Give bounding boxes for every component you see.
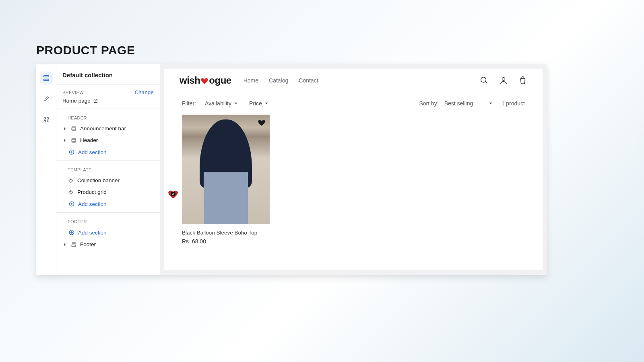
product-count: 1 product: [502, 100, 525, 107]
group-label-footer: FOOTER: [56, 215, 160, 226]
brand-logo[interactable]: wish ogue: [180, 75, 231, 86]
brand-heart-icon: [200, 77, 208, 85]
group-label-header: HEADER: [56, 111, 160, 123]
paintbrush-icon: [43, 96, 50, 102]
section-group-template: TEMPLATE Collection banner Product grid …: [56, 160, 160, 212]
preview-page-name: Home page: [62, 98, 91, 104]
preview-row: PREVIEW Change: [56, 84, 160, 98]
footer-section-icon: [70, 242, 77, 247]
sidebar-title: Default collection: [62, 72, 154, 78]
nav-contact[interactable]: Contact: [299, 77, 318, 84]
sections-rail-button[interactable]: [40, 72, 53, 84]
section-group-header: HEADER Announcement bar Header Add secti…: [56, 109, 160, 160]
page-title: PRODUCT PAGE: [36, 43, 135, 57]
tree-item-announcement-bar[interactable]: Announcement bar: [56, 123, 160, 134]
theme-settings-rail-button[interactable]: [40, 93, 53, 105]
filter-bar: Filter: Availability Price Sort by: Best…: [164, 92, 543, 111]
filter-price[interactable]: Price: [249, 100, 268, 107]
plus-circle-icon: [68, 201, 75, 207]
svg-point-15: [70, 179, 71, 180]
wishlist-float-button[interactable]: 3: [167, 189, 179, 200]
chevron-down-icon: [489, 101, 493, 105]
preview-pane: wish ogue Home Catalog Contact Filter:: [160, 64, 547, 275]
editor-icon-rail: [36, 64, 56, 275]
add-section-label: Add section: [78, 149, 107, 155]
svg-rect-6: [72, 128, 76, 130]
add-section-label: Add section: [78, 201, 107, 207]
chevron-right-icon: [62, 138, 67, 142]
svg-rect-4: [47, 117, 48, 119]
section-group-footer: FOOTER Add section Footer: [56, 212, 160, 253]
filter-availability-label: Availability: [205, 100, 231, 107]
group-label-template: TEMPLATE: [56, 163, 160, 175]
tree-item-label: Collection banner: [77, 177, 120, 183]
svg-point-16: [70, 191, 71, 192]
tag-icon: [68, 189, 74, 195]
plus-circle-icon: [68, 229, 75, 236]
sidebar: Default collection PREVIEW Change Home p…: [56, 64, 160, 275]
brand-pre: wish: [180, 75, 200, 86]
add-section-template[interactable]: Add section: [56, 198, 160, 210]
add-section-footer[interactable]: Add section: [56, 226, 160, 239]
filter-label: Filter:: [182, 100, 196, 107]
plus-circle-icon: [68, 149, 75, 155]
chevron-down-icon: [234, 101, 238, 105]
sort-value: Best selling: [444, 100, 473, 107]
nav-links: Home Catalog Contact: [244, 77, 318, 84]
change-preview-link[interactable]: Change: [135, 89, 154, 95]
tree-item-label: Header: [80, 137, 98, 143]
sidebar-header: Default collection: [56, 64, 160, 84]
svg-rect-0: [43, 76, 49, 77]
product-title: Black Balloon Sleeve Boho Top: [182, 230, 270, 236]
cart-icon[interactable]: [518, 76, 527, 85]
tree-item-header[interactable]: Header: [56, 134, 160, 146]
section-icon: [70, 138, 77, 143]
sections-icon: [43, 74, 50, 82]
sort-select[interactable]: Best selling: [444, 100, 493, 107]
sort-label: Sort by:: [419, 100, 438, 107]
svg-rect-9: [72, 139, 76, 142]
filter-availability[interactable]: Availability: [205, 100, 238, 107]
preview-page[interactable]: Home page: [56, 98, 160, 109]
product-card[interactable]: Black Balloon Sleeve Boho Top Rs. 68.00: [182, 115, 270, 245]
tree-item-collection-banner[interactable]: Collection banner: [56, 175, 160, 186]
wishlist-heart-icon[interactable]: [258, 119, 266, 129]
add-section-header[interactable]: Add section: [56, 146, 160, 158]
header-icons: [480, 76, 527, 85]
external-link-icon: [93, 99, 98, 103]
svg-point-28: [502, 78, 505, 80]
filter-price-label: Price: [249, 100, 262, 107]
tree-item-label: Product grid: [77, 189, 107, 195]
nav-catalog[interactable]: Catalog: [269, 77, 288, 84]
tree-item-label: Footer: [80, 241, 96, 247]
svg-rect-1: [43, 79, 49, 81]
chevron-right-icon: [62, 243, 67, 247]
preview-label: PREVIEW: [62, 90, 84, 95]
svg-rect-3: [44, 117, 45, 119]
store-header: wish ogue Home Catalog Contact: [164, 69, 543, 92]
account-icon[interactable]: [499, 76, 508, 85]
svg-rect-5: [44, 121, 45, 122]
store-frame: wish ogue Home Catalog Contact Filter:: [164, 69, 543, 270]
app-window: Default collection PREVIEW Change Home p…: [36, 64, 547, 275]
add-section-label: Add section: [78, 230, 107, 236]
tree-item-label: Announcement bar: [80, 125, 126, 132]
apps-rail-button[interactable]: [40, 113, 53, 126]
tree-item-product-grid[interactable]: Product grid: [56, 186, 160, 198]
tree-item-footer[interactable]: Footer: [56, 239, 160, 250]
product-image: [182, 115, 270, 224]
search-icon[interactable]: [480, 76, 489, 85]
svg-line-27: [485, 82, 487, 84]
product-price: Rs. 68.00: [182, 238, 270, 245]
nav-home[interactable]: Home: [244, 77, 258, 84]
chevron-down-icon: [264, 101, 268, 105]
brand-post: ogue: [209, 75, 231, 86]
chevron-right-icon: [62, 127, 67, 131]
apps-icon: [43, 117, 50, 123]
wishlist-count-badge: 3: [171, 191, 175, 196]
tag-icon: [68, 178, 74, 183]
section-icon: [70, 126, 77, 132]
svg-rect-23: [72, 245, 76, 246]
svg-point-26: [481, 77, 486, 82]
